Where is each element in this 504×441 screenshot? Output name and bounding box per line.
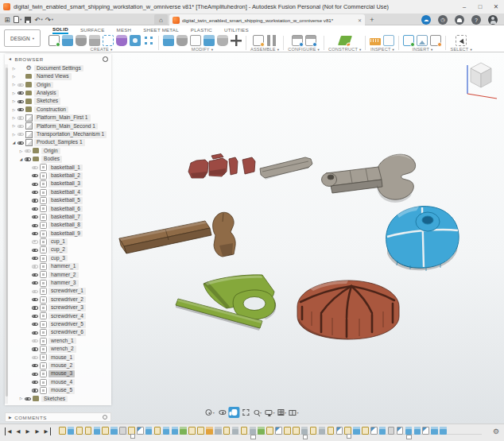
extrude-icon[interactable] [62, 35, 73, 46]
timeline-feature-icon[interactable] [422, 427, 429, 435]
new-component-icon[interactable] [253, 35, 264, 46]
create-sketch-icon[interactable] [48, 35, 60, 46]
group-label-construct[interactable]: CONSTRUCT▾ [328, 47, 361, 52]
timeline-feature-icon[interactable] [301, 427, 308, 435]
ribbon-tab-utilities[interactable]: UTILITIES [224, 27, 249, 33]
tree-item-bodies[interactable]: ◢Bodies [10, 155, 110, 163]
tree-item-mouse-1[interactable]: mouse_1 [10, 354, 110, 362]
timeline-feature-icon[interactable] [163, 427, 170, 435]
derive-icon[interactable] [103, 35, 114, 46]
tree-item-platform-main-second-1[interactable]: ▷Platform_Main_Second 1 [10, 122, 110, 130]
configure-icon[interactable] [292, 35, 303, 46]
group-label-configure[interactable]: CONFIGURE▾ [288, 47, 320, 52]
timeline-feature-icon[interactable] [68, 427, 75, 435]
visibility-eye-icon[interactable] [31, 379, 38, 386]
timeline-feature-icon[interactable] [414, 427, 421, 435]
tree-item-origin[interactable]: ▷Origin [10, 147, 110, 155]
save-button[interactable] [23, 14, 33, 25]
chevron-expanded-icon[interactable]: ◢ [18, 157, 24, 161]
visibility-eye-icon[interactable] [24, 156, 31, 163]
fillet-icon[interactable] [176, 35, 188, 46]
timeline-feature-icon[interactable] [102, 427, 109, 435]
object-wrench[interactable] [322, 153, 416, 203]
combine-icon[interactable] [204, 35, 215, 46]
visibility-eye-icon[interactable] [31, 214, 38, 221]
step-forward-button[interactable]: ▶ [33, 427, 41, 435]
group-label-modify[interactable]: MODIFY▾ [192, 47, 213, 52]
visibility-eye-icon[interactable] [31, 271, 38, 278]
visibility-eye-icon[interactable] [17, 90, 24, 97]
tree-item-analysis[interactable]: ▷Analysis [10, 89, 110, 97]
timeline-feature-icon[interactable] [206, 427, 213, 435]
maximize-button[interactable]: □ [472, 1, 488, 14]
chevron-collapsed-icon[interactable]: ▷ [11, 91, 17, 95]
visibility-eye-icon[interactable] [31, 180, 38, 188]
timeline-feature-icon[interactable] [197, 427, 204, 435]
look-at-button[interactable] [216, 407, 227, 418]
tree-item-basketball-4[interactable]: basketball_4 [10, 188, 110, 196]
chevron-collapsed-icon[interactable]: ▷ [11, 124, 17, 128]
browser-options-icon[interactable] [103, 56, 108, 62]
tree-item-mouse-2[interactable]: mouse_2 [10, 362, 110, 369]
visibility-eye-icon[interactable] [31, 238, 38, 246]
visibility-eye-icon[interactable] [31, 222, 38, 229]
tree-item-mouse-4[interactable]: mouse_4 [10, 378, 110, 386]
tree-item-screwdriver-6[interactable]: screwdriver_6 [10, 329, 110, 337]
visibility-eye-icon[interactable] [31, 189, 38, 196]
timeline-feature-icon[interactable] [85, 427, 92, 435]
timeline-feature-icon[interactable] [284, 427, 291, 435]
measure-icon[interactable] [370, 38, 381, 45]
tree-item-basketball-6[interactable]: basketball_6 [10, 205, 110, 213]
tree-item-basketball-7[interactable]: basketball_7 [10, 213, 110, 221]
tree-item-transportation-mechanism-1[interactable]: ▷Transportation_Mechanism 1 [10, 130, 110, 138]
pattern-icon[interactable] [116, 35, 127, 46]
tree-item-basketball-8[interactable]: basketball_8 [10, 221, 110, 229]
extension-manager-icon[interactable]: ◷ [438, 15, 448, 25]
visibility-eye-icon[interactable] [31, 354, 38, 361]
tree-item-document-settings[interactable]: ▷Document Settings [10, 64, 110, 72]
timeline-feature-icon[interactable] [353, 427, 360, 435]
construction-plane-icon[interactable] [338, 36, 352, 45]
document-tab[interactable]: digital_twin_enabled_smart_shipping_work… [169, 14, 365, 25]
object-basketball[interactable] [297, 280, 399, 339]
timeline-feature-icon[interactable] [266, 427, 273, 435]
tree-item-hammer-3[interactable]: hammer_3 [10, 279, 110, 287]
visibility-eye-icon[interactable] [31, 362, 38, 369]
tree-item-mouse-5[interactable]: mouse_5 [10, 386, 110, 394]
tree-item-product-samples-1[interactable]: ◢Product_Samples 1 [10, 139, 110, 147]
tree-item-construction[interactable]: ▷Construction [10, 106, 110, 114]
grid-and-snaps-button[interactable]: ▾ [277, 407, 288, 418]
tree-item-platform-main-first-1[interactable]: ▷Platform_Main_First 1 [10, 114, 110, 122]
timeline-feature-icon[interactable] [180, 427, 187, 435]
tree-item-sketches[interactable]: ▷Sketches [10, 395, 110, 403]
visibility-eye-icon[interactable] [31, 280, 38, 287]
chevron-collapsed-icon[interactable]: ▷ [11, 99, 17, 103]
object-screwdriver-parts-red[interactable] [188, 154, 255, 179]
visibility-eye-icon[interactable] [31, 329, 38, 336]
visibility-eye-icon[interactable] [24, 148, 31, 155]
file-menu-button[interactable]: ▾ [13, 14, 22, 25]
press-pull-icon[interactable] [163, 35, 174, 46]
tree-item-cup-3[interactable]: cup_3 [10, 254, 110, 262]
timeline-feature-icon[interactable] [310, 427, 317, 435]
tree-item-sketches[interactable]: ▷Sketches [10, 98, 110, 106]
close-tab-icon[interactable]: ✕ [358, 17, 362, 23]
timeline-feature-icon[interactable] [223, 427, 231, 435]
timeline-feature-icon[interactable] [362, 427, 369, 435]
timeline-feature-icon[interactable] [440, 427, 447, 435]
tree-item-named-views[interactable]: ▷Named Views [10, 72, 110, 80]
visibility-eye-icon[interactable] [31, 230, 38, 238]
tree-item-hammer-2[interactable]: hammer_2 [10, 271, 110, 279]
orbit-button[interactable]: ▾ [204, 407, 215, 418]
chevron-collapsed-icon[interactable]: ▷ [11, 133, 17, 137]
visibility-eye-icon[interactable] [31, 172, 38, 180]
visibility-eye-icon[interactable] [31, 346, 38, 353]
timeline-settings-gear-icon[interactable]: ⚙ [493, 427, 499, 436]
visibility-eye-icon[interactable] [31, 164, 38, 171]
timeline-feature-icon[interactable] [250, 427, 257, 435]
close-button[interactable]: ✕ [488, 1, 504, 14]
group-label-assemble[interactable]: ASSEMBLE▾ [250, 47, 279, 52]
visibility-eye-icon[interactable] [31, 312, 38, 319]
timeline-feature-icon[interactable] [119, 427, 126, 435]
tree-item-cup-1[interactable]: cup_1 [10, 238, 110, 246]
